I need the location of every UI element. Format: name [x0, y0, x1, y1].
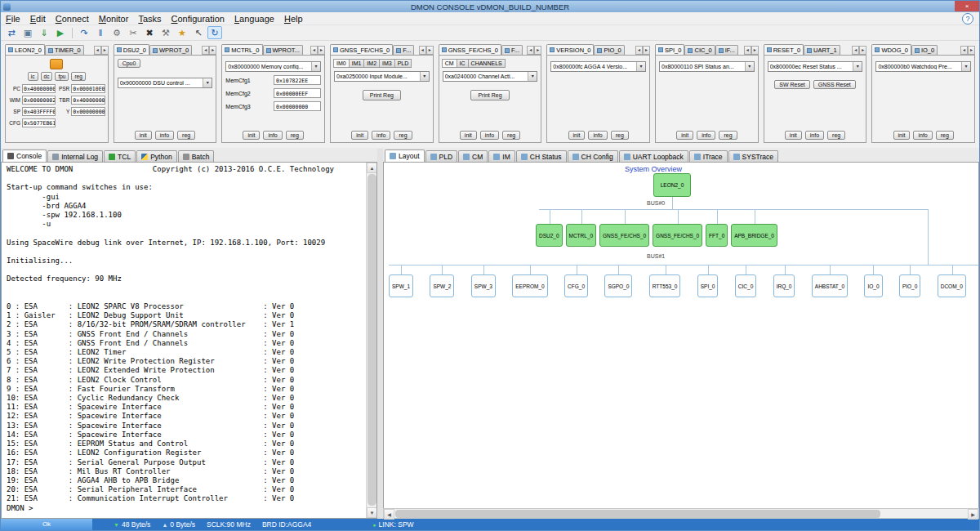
- scroll-left-button[interactable]: ◀: [384, 509, 394, 520]
- device-box-spw-3[interactable]: SPW_3: [471, 274, 496, 297]
- tab-scroll-left-button[interactable]: ◂: [960, 46, 968, 55]
- tab-uart-1[interactable]: UART_1: [804, 45, 840, 55]
- tab-cm[interactable]: CM: [458, 150, 488, 162]
- run-icon[interactable]: ▶: [53, 26, 68, 39]
- tab-systrace[interactable]: SYSTrace: [728, 150, 778, 162]
- tab-timer-0[interactable]: TIMER_0: [45, 45, 84, 55]
- reg-button[interactable]: reg: [936, 131, 954, 140]
- print-reg-button[interactable]: Print Reg: [470, 90, 509, 100]
- tab-scroll-right-button[interactable]: ▸: [101, 46, 109, 55]
- tab-scroll-right-button[interactable]: ▸: [534, 46, 541, 55]
- cursor-icon[interactable]: ↖: [191, 26, 206, 39]
- pane-splitter[interactable]: [377, 149, 383, 519]
- tab-scroll-left-button[interactable]: ◂: [202, 46, 209, 55]
- device-box-leon2-0[interactable]: LEON2_0: [653, 173, 691, 197]
- info-button[interactable]: info: [480, 131, 499, 140]
- connect-icon[interactable]: ⇄: [4, 26, 19, 39]
- field-memcfg3[interactable]: 0x00000000: [274, 101, 321, 111]
- device-box-cic-0[interactable]: CIC_0: [735, 274, 756, 297]
- reg-button[interactable]: reg: [611, 131, 629, 140]
- register-field-sp[interactable]: 0x403FFFF0: [22, 107, 56, 116]
- device-box-rtt553-0[interactable]: RTT553_0: [649, 274, 681, 297]
- device-box-io-0[interactable]: IO_0: [864, 274, 882, 297]
- close-button[interactable]: ×: [955, 1, 979, 11]
- init-button[interactable]: init: [785, 131, 802, 140]
- device-box-mctrl-0[interactable]: MCTRL_0: [566, 224, 597, 247]
- layout-scrollbar[interactable]: ◀ ▶: [383, 508, 979, 519]
- info-button[interactable]: info: [263, 131, 282, 140]
- menu-edit[interactable]: Edit: [25, 13, 51, 25]
- register-field-pc[interactable]: 0x40000000: [22, 84, 56, 93]
- sw-reset-button[interactable]: SW Reset: [774, 80, 810, 89]
- init-button[interactable]: init: [243, 131, 260, 140]
- spi-register-select[interactable]: 0x80000110 SPI Status an...▾: [659, 61, 755, 72]
- scrollbar-thumb[interactable]: [395, 510, 880, 518]
- field-memcfg1[interactable]: 0x107822EE: [274, 75, 321, 85]
- device-box-spi-0[interactable]: SPI_0: [697, 274, 719, 297]
- console-scrollbar[interactable]: ▲ ▼: [366, 163, 376, 518]
- device-box-eeprom-0[interactable]: EEPROM_0: [512, 274, 547, 297]
- menu-monitor[interactable]: Monitor: [94, 13, 134, 25]
- register-field-tbr[interactable]: 0x40000000: [71, 96, 105, 105]
- tab-scroll-left-button[interactable]: ◂: [310, 46, 318, 55]
- init-button[interactable]: init: [676, 131, 693, 140]
- reg-button[interactable]: reg: [394, 131, 412, 140]
- im-register-select[interactable]: 0xa0250000 Input Module...▾: [334, 71, 430, 82]
- device-box-pio-0[interactable]: PIO_0: [899, 274, 920, 297]
- subtab-im1[interactable]: IM1: [350, 59, 365, 68]
- tab-layout[interactable]: Layout: [385, 149, 425, 162]
- tab-ch-config[interactable]: CH Config: [568, 150, 618, 162]
- tab-pio-0[interactable]: PIO_0: [594, 45, 624, 55]
- print-reg-button[interactable]: Print Reg: [363, 90, 401, 100]
- tab-scroll-left-button[interactable]: ◂: [94, 46, 101, 55]
- tab-wprot[interactable]: WPROT...: [263, 45, 303, 55]
- device-box-fft-0[interactable]: FFT_0: [706, 224, 728, 247]
- gnss-reset-button[interactable]: GNSS Reset: [813, 80, 856, 89]
- tab-f[interactable]: F...: [393, 45, 414, 55]
- mctrl-register-select[interactable]: 0x80000000 Memory config...▾: [225, 61, 321, 72]
- tab-internal-log[interactable]: Internal Log: [47, 150, 103, 162]
- subtab-channels[interactable]: CHANNELS: [469, 59, 506, 68]
- pause-icon[interactable]: ‖: [93, 26, 108, 39]
- reg-button[interactable]: reg: [177, 131, 195, 140]
- reg-button[interactable]: reg: [827, 131, 845, 140]
- subtab-ic[interactable]: IC: [457, 59, 469, 68]
- tab-console[interactable]: Console: [2, 149, 47, 162]
- tab-pld[interactable]: PLD: [425, 150, 458, 162]
- menu-help[interactable]: Help: [279, 13, 308, 25]
- version-register-select[interactable]: 0x800000fc AGGA 4 Versio...▾: [550, 61, 646, 72]
- info-button[interactable]: info: [805, 131, 824, 140]
- tab-f[interactable]: F...: [501, 45, 523, 55]
- tab-io-0[interactable]: IO_0: [911, 45, 938, 55]
- subtab-pld[interactable]: PLD: [395, 59, 412, 68]
- wdog-register-select[interactable]: 0x800000b0 Watchdog Pre...▾: [875, 61, 971, 72]
- tab-scroll-right-button[interactable]: ▸: [859, 46, 866, 55]
- register-field-cfg[interactable]: 0x5077EB61: [22, 118, 56, 127]
- tab-dsu2-0[interactable]: DSU2_0: [114, 44, 149, 55]
- tab-ch-status[interactable]: CH Status: [516, 150, 567, 162]
- ic-button[interactable]: ic: [28, 72, 38, 81]
- tab-tcl[interactable]: TCL: [104, 150, 136, 162]
- info-button[interactable]: info: [913, 131, 932, 140]
- init-button[interactable]: init: [351, 131, 368, 140]
- reg-button[interactable]: reg: [502, 131, 520, 140]
- device-box-sgpo-0[interactable]: SGPO_0: [604, 274, 632, 297]
- scroll-down-button[interactable]: ▼: [367, 507, 377, 518]
- scroll-up-button[interactable]: ▲: [367, 163, 377, 173]
- step-icon[interactable]: ↷: [77, 26, 91, 39]
- subtab-im2[interactable]: IM2: [364, 59, 380, 68]
- device-box-dcom-0[interactable]: DCOM_0: [938, 274, 966, 297]
- tab-mctrl-0[interactable]: MCTRL_0: [221, 44, 262, 55]
- tab-scroll-right-button[interactable]: ▸: [751, 46, 759, 55]
- register-field-wim[interactable]: 0x00000002: [22, 96, 56, 105]
- tab-leon2-0[interactable]: LEON2_0: [5, 44, 45, 55]
- tab-uart-loopback[interactable]: UART Loopback: [619, 150, 688, 162]
- gear-icon[interactable]: ⚙: [109, 26, 124, 39]
- tab-scroll-left-button[interactable]: ◂: [744, 46, 751, 55]
- tab-scroll-right-button[interactable]: ▸: [968, 46, 975, 55]
- device-box-apb-bridge-0[interactable]: APB_BRIDGE_0: [731, 224, 777, 247]
- menu-language[interactable]: Language: [229, 13, 279, 25]
- device-box-irq-0[interactable]: IRQ_0: [773, 274, 795, 297]
- device-box-gnss-fe-chs-0[interactable]: GNSS_FE/CHS_0: [653, 224, 702, 247]
- tab-wdog-0[interactable]: WDOG_0: [871, 44, 911, 55]
